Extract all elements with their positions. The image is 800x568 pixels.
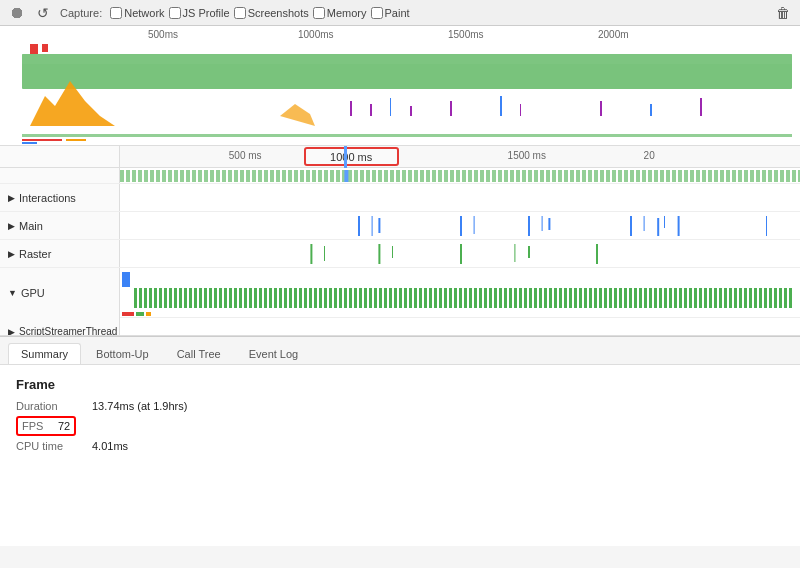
svg-rect-47 [239,288,242,308]
overview-purple-bar-4 [450,101,452,116]
fps-row-label-spacer [0,168,120,183]
svg-rect-132 [664,288,667,308]
network-checkbox-label[interactable]: Network [110,7,164,19]
screenshots-checkbox-label[interactable]: Screenshots [234,7,309,19]
svg-rect-147 [739,288,742,308]
svg-rect-40 [204,288,207,308]
svg-rect-77 [389,288,392,308]
svg-rect-75 [379,288,382,308]
main-expand-icon[interactable]: ▶ [8,221,15,231]
svg-rect-19 [378,244,380,264]
svg-rect-56 [284,288,287,308]
overview-bottom-blue [22,142,37,144]
svg-rect-114 [574,288,577,308]
svg-rect-82 [414,288,417,308]
interactions-content[interactable] [120,184,800,211]
svg-rect-103 [519,288,522,308]
svg-rect-149 [749,288,752,308]
screenshots-checkbox[interactable] [234,7,246,19]
js-profile-checkbox-label[interactable]: JS Profile [169,7,230,19]
interactions-expand-icon[interactable]: ▶ [8,193,15,203]
timeline-main: 500 ms 1000 ms 1500 ms 20 [0,146,800,336]
svg-rect-34 [174,288,177,308]
svg-rect-121 [609,288,612,308]
overview-purple-bar-2 [370,104,372,116]
svg-rect-106 [534,288,537,308]
svg-rect-43 [219,288,222,308]
gpu-content[interactable] [120,268,800,318]
svg-rect-65 [329,288,332,308]
gpu-bars-svg [120,268,800,318]
svg-rect-131 [659,288,662,308]
svg-rect-23 [528,246,530,258]
svg-rect-129 [649,288,652,308]
svg-rect-32 [164,288,167,308]
tab-call-tree[interactable]: Call Tree [164,343,234,364]
svg-rect-112 [564,288,567,308]
trash-button[interactable]: 🗑 [774,4,792,22]
svg-rect-83 [419,288,422,308]
svg-rect-159 [136,312,144,316]
svg-rect-155 [779,288,782,308]
svg-rect-54 [274,288,277,308]
svg-rect-120 [604,288,607,308]
interactions-label: ▶ Interactions [0,184,120,211]
svg-rect-140 [704,288,707,308]
svg-rect-142 [714,288,717,308]
tab-event-log[interactable]: Event Log [236,343,312,364]
paint-checkbox[interactable] [371,7,383,19]
svg-rect-80 [404,288,407,308]
script-streamer-content[interactable] [120,318,800,336]
svg-rect-11 [630,216,632,236]
ruler-selected-region[interactable]: 1000 ms [304,147,399,166]
overview-tick-2000: 2000m [598,29,629,40]
overview-purple-bar-5 [520,104,521,116]
js-profile-checkbox[interactable] [169,7,181,19]
svg-rect-17 [310,244,312,264]
svg-rect-128 [644,288,647,308]
svg-rect-141 [709,288,712,308]
tabs-bar: Summary Bottom-Up Call Tree Event Log [0,337,800,365]
svg-rect-157 [789,288,792,308]
main-content[interactable] [120,212,800,239]
svg-rect-68 [344,288,347,308]
svg-rect-1 [120,168,800,184]
overview-purple-bar-6 [600,101,602,116]
refresh-button[interactable]: ↺ [34,4,52,22]
svg-rect-156 [784,288,787,308]
summary-content: Frame Duration 13.74ms (at 1.9hrs) FPS 7… [0,365,800,546]
raster-content[interactable] [120,240,800,267]
svg-rect-115 [579,288,582,308]
svg-rect-158 [122,312,134,316]
cpu-value: 4.01ms [92,440,128,452]
svg-rect-139 [699,288,702,308]
svg-rect-42 [214,288,217,308]
raster-expand-icon[interactable]: ▶ [8,249,15,259]
paint-checkbox-label[interactable]: Paint [371,7,410,19]
ruler-selected-label: 1000 ms [330,151,372,163]
memory-checkbox-label[interactable]: Memory [313,7,367,19]
svg-rect-119 [599,288,602,308]
fps-dots-svg [120,168,800,184]
network-checkbox[interactable] [110,7,122,19]
memory-checkbox[interactable] [313,7,325,19]
overview-yellow-flame-2 [280,104,315,126]
tab-bottom-up[interactable]: Bottom-Up [83,343,162,364]
svg-rect-38 [194,288,197,308]
svg-rect-36 [184,288,187,308]
svg-rect-53 [269,288,272,308]
ruler-tick-1500: 1500 ms [508,150,546,161]
overview-blue-bar-2 [500,96,502,116]
svg-rect-152 [764,288,767,308]
tab-summary[interactable]: Summary [8,343,81,364]
svg-rect-76 [384,288,387,308]
gpu-expand-icon[interactable]: ▼ [8,288,17,298]
script-streamer-expand-icon[interactable]: ▶ [8,327,15,337]
svg-rect-45 [229,288,232,308]
fps-highlighted-row: FPS 72 [16,416,76,436]
record-button[interactable]: ⏺ [8,4,26,22]
svg-rect-81 [409,288,412,308]
svg-rect-113 [569,288,572,308]
svg-rect-138 [694,288,697,308]
svg-rect-95 [479,288,482,308]
